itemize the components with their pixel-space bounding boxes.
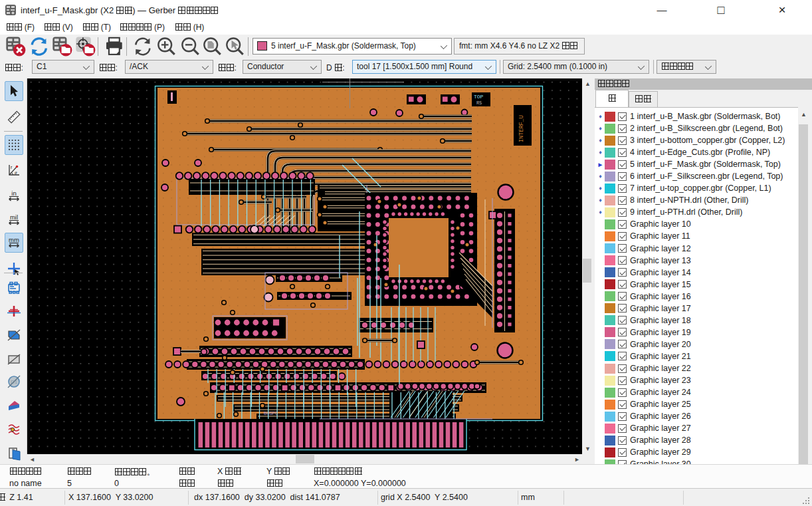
svg-text:INTERF_U: INTERF_U (518, 115, 525, 142)
svg-text:in: in (11, 190, 16, 197)
svg-text:mil: mil (10, 213, 18, 221)
svg-text:θ: θ (15, 170, 17, 176)
svg-text:BUSPC: BUSPC (264, 411, 278, 416)
svg-text:TOP: TOP (474, 94, 484, 100)
svg-text:mm: mm (9, 236, 19, 243)
svg-text:R5: R5 (476, 100, 482, 106)
svg-text:r: r (11, 165, 13, 170)
